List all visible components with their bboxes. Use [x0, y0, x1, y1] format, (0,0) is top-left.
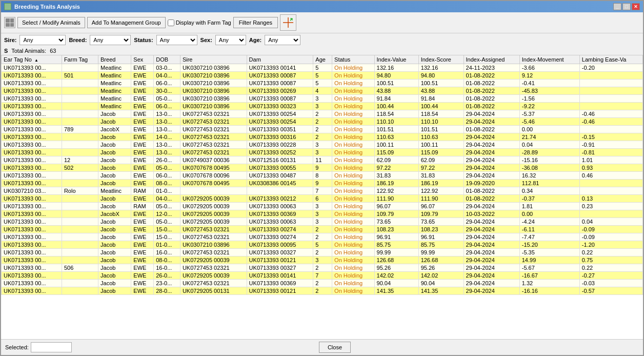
table-cell: [62, 64, 98, 72]
display-farm-tag-label[interactable]: Display with Farm Tag: [168, 19, 231, 26]
table-row[interactable]: UK0713393 00...JacobEWE06-0...UK0707678 …: [2, 172, 643, 180]
table-cell: UK0749037 00036: [180, 156, 247, 164]
col-ear-tag[interactable]: Ear Tag No ▲: [2, 55, 62, 64]
col-dob[interactable]: DOB: [154, 55, 180, 64]
table-row[interactable]: UK0713393 00...JacobEWE13-0...UK0727453 …: [2, 149, 643, 156]
sex-select[interactable]: Any: [215, 35, 246, 45]
table-cell: [579, 103, 642, 110]
col-age[interactable]: Age: [313, 55, 332, 64]
table-row[interactable]: UK0713393 00...JacobEWE28-0...UK0729205 …: [2, 287, 643, 295]
table-cell: 29-04-2024: [464, 164, 519, 172]
table-cell: 1.32: [519, 280, 579, 287]
table-cell: [247, 187, 313, 195]
table-cell: 99.99: [418, 249, 464, 256]
table-row[interactable]: UK0713393 00...JacobEWE08-0...UK0729205 …: [2, 256, 643, 264]
table-cell: Jacob: [98, 272, 131, 280]
col-status[interactable]: Status: [332, 55, 374, 64]
sire-select[interactable]: Any: [19, 35, 66, 45]
table-cell: Jacob: [98, 141, 131, 149]
table-cell: 1.81: [519, 203, 579, 210]
table-row[interactable]: UK0713393 00...MeatlincEWE05-0...UK03072…: [2, 95, 643, 103]
table-cell: Jacob: [98, 133, 131, 141]
breed-select[interactable]: Any: [90, 35, 131, 45]
table-row[interactable]: UK0713393 00...789JacobXEWE13-0...UK0727…: [2, 126, 643, 133]
status-select[interactable]: Any: [156, 35, 197, 45]
table-cell: 96.91: [374, 233, 418, 241]
age-select[interactable]: Any: [265, 35, 300, 45]
table-row[interactable]: UK0713393 00...JacobEWE23-0...UK0727453 …: [2, 280, 643, 287]
add-management-button[interactable]: Add To Management Group: [87, 17, 166, 28]
close-button[interactable]: Close: [319, 342, 351, 353]
col-sex[interactable]: Sex: [131, 55, 154, 64]
table-row[interactable]: UK0713393 00...JacobXEWE12-0...UK0729205…: [2, 210, 643, 218]
table-cell: -15.16: [519, 156, 579, 164]
table-row[interactable]: UK0713393 00...501MeatlincEWE04-0...UK03…: [2, 72, 643, 80]
table-row[interactable]: UK0713393 00...MeatlincEWE30-0...UK03072…: [2, 87, 643, 95]
table-cell: 126.68: [418, 256, 464, 264]
col-lambing-ease[interactable]: Lambing Ease-Va: [579, 55, 642, 64]
table-row[interactable]: UK0713393 00...JacobEWE13-0...UK0727453 …: [2, 141, 643, 149]
table-row[interactable]: UK0713393 00...MeatlincEWE06-0...UK03072…: [2, 80, 643, 87]
table-row[interactable]: UK0713393 00...JacobEWE04-0...UK0729205 …: [2, 195, 643, 203]
table-row[interactable]: UK0713393 00...JacobEWE13-0...UK0727453 …: [2, 110, 643, 118]
table-cell: 108.23: [374, 226, 418, 233]
table-cell: UK0713393 00121: [247, 287, 313, 295]
data-table-container[interactable]: Ear Tag No ▲ Farm Tag Breed Sex DOB Sire…: [1, 55, 643, 339]
filter-ranges-button[interactable]: Filter Ranges: [233, 17, 278, 28]
col-index-value[interactable]: Index-Value: [374, 55, 418, 64]
bottom-bar: Selected: Close: [1, 339, 643, 355]
table-row[interactable]: UK0713393 00...JacobEWE05-0...UK0729205 …: [2, 218, 643, 226]
table-row[interactable]: UK0713393 00...JacobEWE26-0...UK0729205 …: [2, 272, 643, 280]
table-row[interactable]: UK0713393 00...502JacobEWE05-0...UK07076…: [2, 164, 643, 172]
table-row[interactable]: UK0713393 00...JacobEWE15-0...UK0727453 …: [2, 233, 643, 241]
table-row[interactable]: UK0713393 00...12JacobEWE26-0...UK074903…: [2, 156, 643, 164]
table-row[interactable]: UK0713393 00...MeatlincEWE03-0...UK03072…: [2, 64, 643, 72]
table-cell: 0.00: [519, 210, 579, 218]
table-row[interactable]: UK0713393 00...JacobEWE13-0...UK0727453 …: [2, 118, 643, 126]
col-index-movement[interactable]: Index-Movement: [519, 55, 579, 64]
table-cell: 29-04-2024: [464, 249, 519, 256]
col-breed[interactable]: Breed: [98, 55, 131, 64]
maximize-button[interactable]: □: [622, 3, 631, 10]
close-window-button[interactable]: ✕: [632, 3, 640, 10]
table-cell: Jacob: [98, 195, 131, 203]
table-cell: -16.67: [519, 272, 579, 280]
table-cell: UK0713393 00269: [247, 87, 313, 95]
table-row[interactable]: UK0713393 00...JacobEWE08-0...UK0707678 …: [2, 180, 643, 187]
breed-label: Breed:: [69, 37, 87, 43]
table-cell: EWE: [131, 95, 154, 103]
select-modify-button[interactable]: Select / Modify Animals: [17, 17, 85, 28]
col-index-score[interactable]: Index-Score: [418, 55, 464, 64]
table-cell: UK0713393 00...: [2, 241, 62, 249]
table-cell: [62, 241, 98, 249]
table-row[interactable]: UK0713393 00...JacobEWE15-0...UK0727453 …: [2, 226, 643, 233]
table-row[interactable]: UK0713393 00...JacobEWE16-0...UK0727453 …: [2, 249, 643, 256]
col-sire[interactable]: Sire: [180, 55, 247, 64]
table-row[interactable]: UK0307210 03...RoloMeatlincRAM01-0...7On…: [2, 187, 643, 195]
table-cell: EWE: [131, 126, 154, 133]
selected-input[interactable]: [31, 342, 72, 352]
table-row[interactable]: UK0713393 00...MeatlincEWE06-0...UK03072…: [2, 103, 643, 110]
table-cell: 9.12: [519, 72, 579, 80]
table-row[interactable]: UK0713393 00...JacobRAM05-0...UK0729205 …: [2, 203, 643, 210]
col-index-assigned[interactable]: Index-Assigned: [464, 55, 519, 64]
table-cell: -45.83: [519, 87, 579, 95]
table-cell: [62, 233, 98, 241]
table-cell: UK0713393 00...: [2, 180, 62, 187]
table-row[interactable]: UK0713393 00...JacobEWE01-0...UK0307210 …: [2, 241, 643, 249]
table-cell: UK0713393 00369: [247, 280, 313, 287]
table-cell: UK0713393 00274: [247, 233, 313, 241]
display-farm-tag-checkbox[interactable]: [168, 19, 174, 26]
table-cell: 21.74: [519, 133, 579, 141]
table-cell: UK0713393 00...: [2, 272, 62, 280]
crosshair-button[interactable]: [280, 14, 296, 31]
table-cell: On Holding: [332, 156, 374, 164]
col-dam[interactable]: Dam: [247, 55, 313, 64]
table-row[interactable]: UK0713393 00...JacobEWE14-0...UK0727453 …: [2, 133, 643, 141]
table-cell: UK0307210 03896: [180, 64, 247, 72]
table-cell: 100.51: [374, 80, 418, 87]
minimize-button[interactable]: _: [613, 3, 621, 10]
table-cell: On Holding: [332, 118, 374, 126]
table-row[interactable]: UK0713393 00...506JacobEWE16-0...UK07274…: [2, 264, 643, 272]
col-farm-tag[interactable]: Farm Tag: [62, 55, 98, 64]
